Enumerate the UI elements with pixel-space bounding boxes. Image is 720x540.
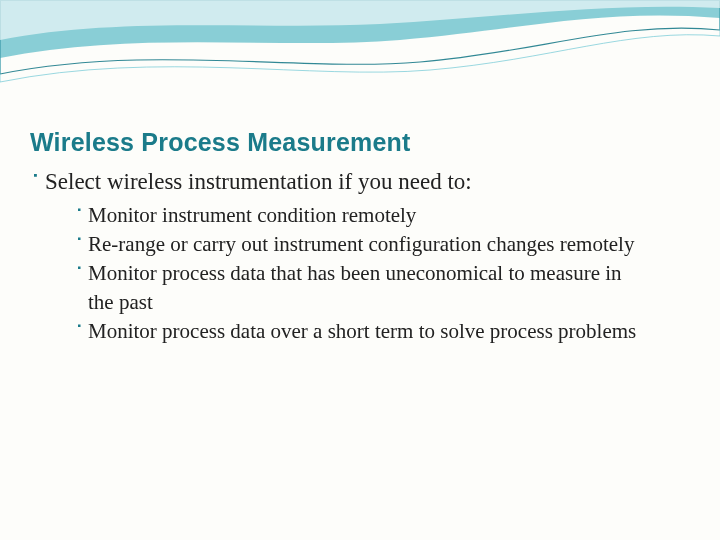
- bullet-glyph-icon: ་: [30, 167, 41, 197]
- sub-bullet-text: Re-range or carry out instrument configu…: [88, 230, 634, 259]
- list-item: ་ Re-range or carry out instrument confi…: [74, 230, 690, 259]
- main-bullet: ་ Select wireless instrumentation if you…: [30, 167, 690, 197]
- bullet-glyph-icon: ་: [74, 201, 84, 230]
- main-bullet-text: Select wireless instrumentation if you n…: [45, 167, 472, 197]
- bullet-glyph-icon: ་: [74, 259, 84, 288]
- bullet-glyph-icon: ་: [74, 230, 84, 259]
- sub-bullet-text: Monitor instrument condition remotely: [88, 201, 416, 230]
- bullet-glyph-icon: ་: [74, 317, 84, 346]
- slide-title: Wireless Process Measurement: [30, 128, 690, 157]
- sub-bullet-list: ་ Monitor instrument condition remotely …: [74, 201, 690, 346]
- list-item: ་ Monitor process data over a short term…: [74, 317, 690, 346]
- sub-bullet-text: Monitor process data over a short term t…: [88, 317, 636, 346]
- list-item: ་ Monitor process data that has been une…: [74, 259, 690, 317]
- decorative-wave-header: [0, 0, 720, 120]
- list-item: ་ Monitor instrument condition remotely: [74, 201, 690, 230]
- slide-content: Wireless Process Measurement ་ Select wi…: [30, 128, 690, 346]
- sub-bullet-text: Monitor process data that has been uneco…: [88, 259, 648, 317]
